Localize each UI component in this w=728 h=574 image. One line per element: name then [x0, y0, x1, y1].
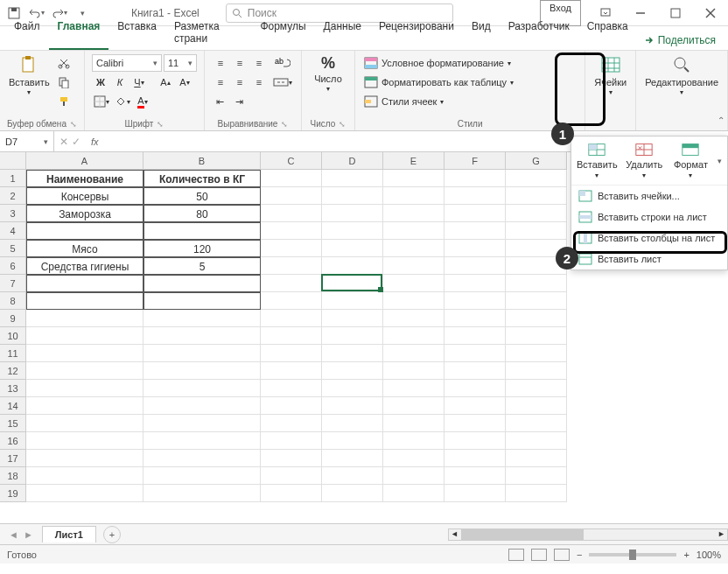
increase-font-button[interactable]: A▴ — [157, 74, 174, 91]
cell[interactable] — [322, 450, 383, 467]
row-header[interactable]: 4 — [0, 222, 26, 240]
cell[interactable] — [383, 327, 444, 345]
format-painter-button[interactable] — [55, 93, 73, 110]
cell[interactable] — [506, 345, 567, 362]
chevron-down-icon[interactable]: ▾ — [718, 157, 722, 165]
editing-button[interactable]: Редактирование ▾ — [643, 54, 720, 97]
cell[interactable] — [261, 240, 322, 257]
share-button[interactable]: Поделиться — [637, 31, 723, 50]
cell[interactable] — [383, 432, 444, 450]
row-header[interactable]: 16 — [0, 432, 26, 450]
cell[interactable] — [444, 415, 506, 432]
cell[interactable] — [26, 467, 144, 485]
cell[interactable] — [261, 450, 322, 467]
column-header[interactable]: D — [322, 152, 383, 170]
scrollbar-thumb[interactable] — [461, 529, 584, 540]
cell[interactable] — [261, 432, 322, 450]
cell[interactable] — [144, 450, 261, 467]
cell[interactable] — [26, 292, 144, 310]
row-header[interactable]: 13 — [0, 380, 26, 397]
close-icon[interactable] — [693, 0, 728, 26]
cell[interactable] — [506, 362, 567, 380]
cell[interactable] — [322, 415, 383, 432]
tab-данные[interactable]: Данные — [315, 15, 370, 50]
cell[interactable] — [444, 362, 506, 380]
dialog-launcher-icon[interactable]: ⤡ — [70, 120, 77, 129]
zoom-in-button[interactable]: + — [683, 550, 689, 560]
wrap-text-button[interactable]: ab — [271, 54, 294, 72]
cell[interactable] — [322, 187, 383, 205]
cell[interactable] — [383, 450, 444, 467]
cell[interactable]: 120 — [144, 240, 261, 257]
cell[interactable] — [322, 362, 383, 380]
cell[interactable] — [444, 345, 506, 362]
cell[interactable] — [444, 485, 506, 502]
cell[interactable] — [444, 380, 506, 397]
row-header[interactable]: 9 — [0, 310, 26, 327]
column-header[interactable]: F — [444, 152, 506, 170]
cell[interactable]: Средства гигиены — [26, 257, 144, 275]
cell[interactable] — [383, 257, 444, 275]
cell[interactable] — [26, 222, 144, 240]
cell[interactable] — [506, 432, 567, 450]
row-header[interactable]: 19 — [0, 485, 26, 502]
cell[interactable] — [261, 170, 322, 187]
dialog-launcher-icon[interactable]: ⤡ — [339, 120, 346, 129]
font-color-button[interactable]: А▾ — [134, 93, 151, 110]
cell[interactable] — [322, 170, 383, 187]
cell[interactable] — [506, 450, 567, 467]
align-top-button[interactable]: ≡ — [212, 54, 229, 72]
cell[interactable] — [383, 222, 444, 240]
cell[interactable] — [506, 397, 567, 415]
cell[interactable] — [144, 362, 261, 380]
cell[interactable] — [26, 397, 144, 415]
cell[interactable] — [506, 327, 567, 345]
cell[interactable] — [444, 240, 506, 257]
column-header[interactable]: E — [383, 152, 444, 170]
align-middle-button[interactable]: ≡ — [231, 54, 248, 72]
row-header[interactable]: 3 — [0, 205, 26, 222]
cell[interactable] — [261, 415, 322, 432]
row-header[interactable]: 11 — [0, 345, 26, 362]
insert-rows-item[interactable]: Вставить строки на лист — [571, 206, 727, 228]
format-as-table-button[interactable]: Форматировать как таблицу▾ — [362, 74, 578, 91]
scroll-left-icon[interactable]: ◄ — [451, 529, 458, 538]
borders-button[interactable]: ▾ — [92, 93, 111, 110]
zoom-thumb[interactable] — [629, 550, 636, 560]
cell[interactable] — [383, 292, 444, 310]
cell[interactable] — [444, 327, 506, 345]
tab-формулы[interactable]: Формулы — [251, 15, 314, 50]
cell[interactable] — [383, 397, 444, 415]
name-box[interactable]: D7▾ — [0, 131, 54, 151]
page-layout-view-button[interactable] — [531, 549, 547, 561]
cell[interactable] — [506, 310, 567, 327]
cell[interactable] — [26, 432, 144, 450]
cell[interactable] — [261, 380, 322, 397]
fx-icon[interactable]: fx — [91, 136, 99, 147]
enter-formula-icon[interactable]: ✓ — [72, 136, 80, 148]
cell[interactable] — [444, 292, 506, 310]
merge-button[interactable]: ▾ — [271, 74, 294, 91]
scroll-right-icon[interactable]: ► — [718, 529, 725, 538]
cell[interactable] — [383, 380, 444, 397]
cell[interactable] — [383, 467, 444, 485]
cell[interactable] — [261, 275, 322, 292]
tab-разработчик[interactable]: Разработчик — [500, 15, 578, 50]
row-header[interactable]: 15 — [0, 415, 26, 432]
cells-button[interactable]: Ячейки ▾ — [592, 54, 630, 97]
insert-sheet-item[interactable]: Вставить лист — [571, 248, 727, 270]
tab-файл[interactable]: Файл — [5, 15, 49, 50]
cell[interactable] — [144, 397, 261, 415]
cell[interactable] — [506, 170, 567, 187]
horizontal-scrollbar[interactable]: ◄ ► — [448, 528, 728, 541]
cell[interactable] — [261, 187, 322, 205]
sheet-tab[interactable]: Лист1 — [42, 526, 96, 542]
cell[interactable] — [26, 275, 144, 292]
format-split-button[interactable]: Формат▾ — [671, 142, 710, 179]
row-header[interactable]: 2 — [0, 187, 26, 205]
cell[interactable] — [322, 222, 383, 240]
cell[interactable] — [444, 467, 506, 485]
cell[interactable]: Консервы — [26, 187, 144, 205]
sheet-next-icon[interactable]: ► — [24, 529, 33, 540]
conditional-formatting-button[interactable]: Условное форматирование▾ — [362, 54, 578, 72]
